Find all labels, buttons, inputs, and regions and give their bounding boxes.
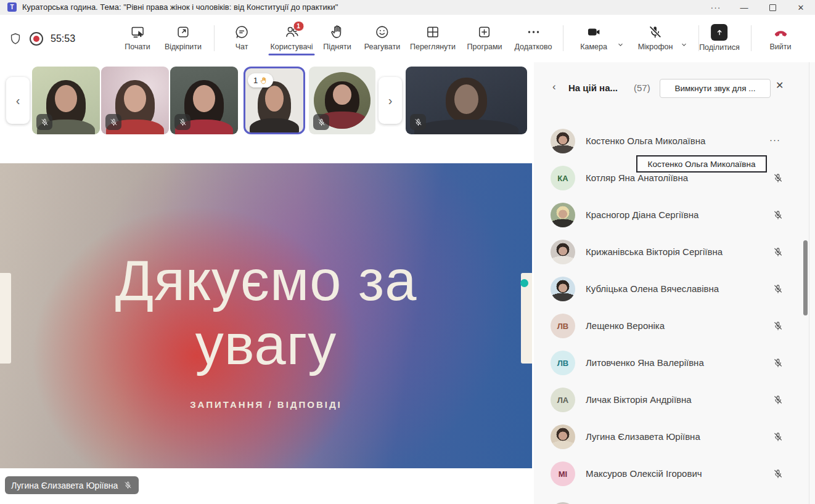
close-button[interactable]: ✕ (787, 0, 815, 15)
mic-muted-icon (123, 481, 133, 490)
slide-subtitle: ЗАПИТАННЯ / ВІДПОВІДІ (0, 399, 532, 410)
toolbar-divider (563, 25, 563, 51)
popout-icon (175, 24, 191, 40)
titlebar: T Кураторська година. Тема: "Рівні права… (0, 0, 815, 15)
mic-muted-icon (772, 173, 784, 184)
teams-meeting-window: T Кураторська година. Тема: "Рівні права… (0, 0, 815, 504)
presenter-name-tag: Лугина Єлизавета Юріївна (5, 476, 139, 494)
slide-edge-left (0, 273, 11, 364)
filmstrip-prev-button[interactable]: ‹ (6, 77, 30, 124)
grid-view-icon (425, 24, 441, 40)
name-tooltip: Костенко Ольга Миколаївна (636, 155, 767, 173)
people-button[interactable]: 1 Користувачі (270, 24, 313, 51)
avatar (551, 240, 575, 264)
participant-row-partial[interactable] (534, 492, 815, 504)
participant-row[interactable]: ЛВ Лещенко Вероніка (534, 307, 815, 344)
filmstrip-next-button[interactable]: › (379, 77, 402, 124)
more-button[interactable]: Додатково (515, 24, 552, 51)
teams-logo-icon: T (7, 2, 17, 12)
avatar (551, 203, 575, 227)
start-share-button[interactable]: Почати (125, 24, 150, 51)
participant-row[interactable]: Кубліцька Олена Вячеславівна (534, 270, 815, 307)
view-button[interactable]: Переглянути (410, 24, 456, 51)
avatar (551, 277, 575, 301)
react-button[interactable]: Реагувати (364, 24, 400, 51)
maximize-button[interactable] (758, 0, 787, 15)
participant-row[interactable]: Костенко Ольга Миколаївна ··· (534, 123, 815, 160)
raised-hand-icon (260, 76, 268, 85)
participants-panel: ‹ На цій на... (57) Вимкнути звук для ..… (534, 62, 815, 504)
toolbar-divider (214, 25, 215, 51)
chevron-left-icon: ‹ (16, 94, 20, 108)
panel-close-icon[interactable]: ✕ (776, 79, 784, 91)
video-tile[interactable] (309, 67, 375, 134)
titlebar-more-icon[interactable]: ··· (702, 0, 730, 15)
video-tile-selected[interactable]: 1 (244, 67, 305, 134)
avatar (551, 425, 575, 449)
leave-button[interactable]: Вийти (769, 24, 791, 51)
apps-button[interactable]: Програми (467, 24, 502, 51)
mic-muted-icon (105, 114, 121, 130)
video-tile[interactable] (406, 67, 527, 134)
mic-muted-icon (772, 394, 784, 405)
mic-muted-icon (772, 320, 784, 331)
participant-row[interactable]: МІ Максуров Олексій Ігорович (534, 455, 815, 492)
mic-muted-icon (772, 246, 784, 258)
mic-muted-icon (772, 468, 784, 479)
unpin-button[interactable]: Відкріпити (165, 24, 202, 51)
people-count-badge: 1 (293, 21, 304, 31)
mic-muted-icon (410, 114, 426, 130)
meeting-toolbar: 55:53 Почати Відкріпити (0, 15, 815, 63)
back-chevron-icon[interactable]: ‹ (552, 81, 556, 93)
mic-muted-icon (313, 114, 329, 130)
raise-hand-icon (329, 24, 345, 40)
shared-presentation-slide: Дякуємо за увагу ЗАПИТАННЯ / ВІДПОВІДІ (0, 163, 532, 468)
avatar (551, 129, 575, 153)
smiley-icon (374, 24, 390, 40)
mic-muted-icon (36, 114, 52, 130)
minimize-button[interactable]: — (730, 0, 758, 15)
window-title: Кураторська година. Тема: "Рівні права ж… (22, 0, 338, 15)
mic-muted-icon (772, 431, 784, 442)
mic-muted-icon (772, 209, 784, 221)
scrollbar-thumb[interactable] (803, 240, 808, 315)
participant-row[interactable]: Красногор Діана Сергіївна (534, 197, 815, 234)
share-up-arrow-icon (711, 24, 728, 41)
meeting-stage: ‹ 1 › (0, 62, 534, 504)
avatar: ЛА (551, 388, 575, 412)
slide-title: Дякуємо за увагу (0, 248, 532, 376)
video-tile[interactable] (170, 67, 238, 134)
ellipsis-icon (525, 24, 541, 40)
toolbar-divider (751, 25, 752, 51)
chat-button[interactable]: Чат (234, 24, 250, 51)
participant-row[interactable]: Лугина Єлизавета Юріївна (534, 418, 815, 455)
meeting-timer: 55:53 (51, 33, 75, 44)
video-tile[interactable] (32, 67, 100, 134)
raise-hand-button[interactable]: Підняти (323, 24, 351, 51)
mic-button[interactable]: Мікрофон (638, 24, 673, 51)
video-tile[interactable] (101, 67, 169, 134)
mute-all-button[interactable]: Вимкнути звук для ... (660, 79, 771, 98)
recording-indicator-icon (30, 32, 43, 46)
mic-dropdown-chevron-icon[interactable] (680, 41, 688, 49)
avatar: ЛВ (551, 351, 575, 375)
camera-button[interactable]: Камера (580, 24, 607, 51)
mic-muted-icon (772, 357, 784, 368)
avatar: КА (551, 166, 575, 190)
participant-row[interactable]: ЛВ Литовченко Яна Валеріївна (534, 344, 815, 381)
mic-muted-icon (772, 283, 784, 295)
screen-share-icon (129, 24, 145, 40)
camera-icon (586, 24, 602, 40)
share-button[interactable]: Поділитися (699, 24, 740, 52)
participant-row[interactable]: ЛА Личак Вікторія Андріївна (534, 381, 815, 418)
row-menu-icon[interactable]: ··· (769, 123, 780, 160)
shield-icon (9, 32, 22, 46)
participant-row[interactable]: Крижанівська Вікторія Сергіївна (534, 234, 815, 270)
slide-edge-right (521, 273, 532, 364)
scrollbar-track (809, 62, 809, 504)
apps-plus-icon (477, 24, 493, 40)
mic-muted-icon (174, 114, 190, 130)
camera-dropdown-chevron-icon[interactable] (616, 41, 625, 49)
chat-icon (234, 24, 250, 40)
hang-up-icon (772, 24, 788, 40)
